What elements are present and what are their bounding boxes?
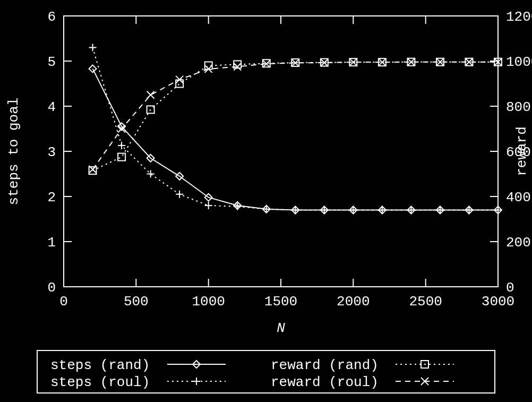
ytick-left-2: 2 (47, 190, 56, 206)
legend-sample-1 (167, 378, 226, 385)
series-reward-rand- (93, 62, 499, 170)
ytick-right-4: 800 (506, 99, 531, 115)
ytick-left-6: 6 (47, 9, 56, 25)
chart-container: 0 1 2 3 4 5 6 0 200 400 600 800 1000 120… (0, 0, 532, 402)
xtick-4: 2000 (337, 294, 370, 310)
legend-sample-3 (396, 378, 454, 385)
legend-sample-0 (167, 361, 226, 368)
legend-label-1: steps (roul) (50, 374, 150, 390)
ytick-right-5: 1000 (506, 54, 532, 70)
xtick-1: 500 (124, 294, 149, 310)
svg-rect-61 (176, 80, 183, 88)
xtick-2: 1000 (192, 294, 225, 310)
legend-label-3: reward (roul) (271, 374, 379, 390)
xtick-0: 0 (59, 294, 68, 310)
ytick-left-1: 1 (47, 235, 56, 251)
plot-border (64, 16, 498, 287)
legend-label-2: reward (rand) (271, 357, 379, 373)
legend-label-0: steps (rand) (50, 357, 150, 373)
y-axis-left-label: steps to goal (6, 98, 22, 206)
y-axis-right-label: reward (514, 126, 530, 176)
ytick-left-0: 0 (47, 280, 56, 296)
series-steps-roul- (93, 48, 499, 210)
series-layer (89, 44, 502, 214)
y-axis-left: 0 1 2 3 4 5 6 (47, 9, 498, 296)
ytick-left-4: 4 (47, 99, 56, 115)
x-axis: 0 500 1000 1500 2000 2500 3000 (59, 16, 514, 310)
legend-sample-2 (396, 361, 454, 368)
xtick-5: 2500 (409, 294, 442, 310)
ytick-left-5: 5 (47, 54, 56, 70)
ytick-left-3: 3 (47, 144, 56, 160)
xtick-3: 1500 (264, 294, 297, 310)
legend: steps (rand) steps (roul) reward (rand) … (37, 350, 495, 393)
ytick-right-6: 1200 (506, 9, 532, 25)
svg-rect-59 (118, 153, 125, 161)
series-steps-rand- (93, 69, 499, 210)
xtick-6: 3000 (482, 294, 514, 310)
series-reward-roul- (93, 62, 499, 169)
chart-svg: 0 1 2 3 4 5 6 0 200 400 600 800 1000 120… (0, 0, 532, 402)
ytick-right-1: 200 (506, 235, 531, 251)
ytick-right-2: 400 (506, 190, 531, 206)
x-axis-label: N (277, 320, 285, 336)
